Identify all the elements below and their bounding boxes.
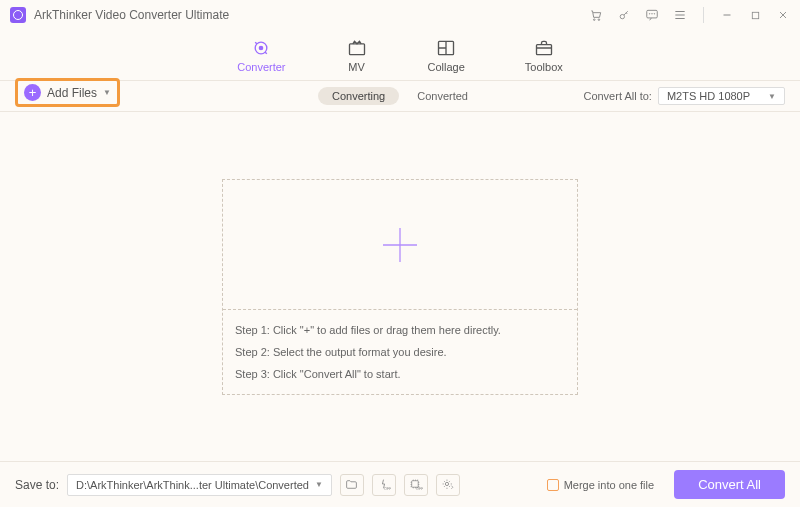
tab-mv[interactable]: MV — [346, 38, 368, 73]
tab-converter[interactable]: Converter — [237, 38, 285, 73]
app-logo — [10, 7, 26, 23]
sub-tabs: Converting Converted — [318, 87, 482, 105]
add-files-button[interactable]: + Add Files ▼ — [24, 84, 111, 101]
save-path-value: D:\ArkThinker\ArkThink...ter Ultimate\Co… — [76, 479, 309, 491]
chevron-down-icon: ▼ — [768, 92, 776, 101]
svg-text:OFF: OFF — [384, 487, 391, 491]
minimize-icon[interactable] — [720, 8, 734, 22]
tab-mv-label: MV — [348, 61, 365, 73]
svg-point-0 — [593, 19, 595, 21]
big-plus-icon — [377, 222, 423, 268]
instructions: Step 1: Click "+" to add files or drag t… — [223, 310, 577, 394]
subtab-converted[interactable]: Converted — [403, 87, 482, 105]
chevron-down-icon: ▼ — [103, 88, 111, 97]
svg-rect-14 — [412, 481, 419, 488]
tab-collage[interactable]: Collage — [428, 38, 465, 73]
subtab-converting[interactable]: Converting — [318, 87, 399, 105]
svg-point-9 — [260, 46, 263, 49]
converter-icon — [250, 38, 272, 58]
svg-point-1 — [598, 19, 600, 21]
svg-point-4 — [649, 14, 650, 15]
svg-rect-12 — [536, 44, 551, 54]
cart-icon[interactable] — [589, 8, 603, 22]
add-files-label: Add Files — [47, 86, 97, 100]
convert-all-to: Convert All to: M2TS HD 1080P ▼ — [583, 87, 785, 105]
svg-point-2 — [620, 14, 624, 18]
menu-icon[interactable] — [673, 8, 687, 22]
app-title: ArkThinker Video Converter Ultimate — [34, 8, 589, 22]
tab-converter-label: Converter — [237, 61, 285, 73]
tab-toolbox-label: Toolbox — [525, 61, 563, 73]
open-folder-button[interactable] — [340, 474, 364, 496]
merge-label: Merge into one file — [564, 479, 655, 491]
format-value: M2TS HD 1080P — [667, 90, 750, 102]
separator — [703, 7, 704, 23]
drop-area[interactable] — [223, 180, 577, 310]
hw-accel-off-button[interactable]: OFF — [372, 474, 396, 496]
plus-icon: + — [24, 84, 41, 101]
titlebar: ArkThinker Video Converter Ultimate — [0, 0, 800, 30]
svg-point-5 — [652, 14, 653, 15]
step-3: Step 3: Click "Convert All" to start. — [235, 368, 565, 380]
settings-button[interactable] — [436, 474, 460, 496]
toolbox-icon — [533, 38, 555, 58]
format-select[interactable]: M2TS HD 1080P ▼ — [658, 87, 785, 105]
step-2: Step 2: Select the output format you des… — [235, 346, 565, 358]
content-area: Step 1: Click "+" to add files or drag t… — [0, 112, 800, 462]
save-path-select[interactable]: D:\ArkThinker\ArkThink...ter Ultimate\Co… — [67, 474, 332, 496]
svg-rect-7 — [752, 12, 758, 18]
dropzone[interactable]: Step 1: Click "+" to add files or drag t… — [222, 179, 578, 395]
step-1: Step 1: Click "+" to add files or drag t… — [235, 324, 565, 336]
collage-icon — [435, 38, 457, 58]
add-files-highlight: + Add Files ▼ — [15, 78, 120, 107]
convert-all-to-label: Convert All to: — [583, 90, 651, 102]
svg-point-6 — [654, 14, 655, 15]
tab-toolbox[interactable]: Toolbox — [525, 38, 563, 73]
merge-checkbox[interactable]: Merge into one file — [547, 479, 655, 491]
titlebar-icons — [589, 7, 790, 23]
feedback-icon[interactable] — [645, 8, 659, 22]
convert-all-button[interactable]: Convert All — [674, 470, 785, 499]
mv-icon — [346, 38, 368, 58]
maximize-icon[interactable] — [748, 8, 762, 22]
key-icon[interactable] — [617, 8, 631, 22]
chevron-down-icon: ▼ — [315, 480, 323, 489]
close-icon[interactable] — [776, 8, 790, 22]
svg-point-16 — [446, 482, 449, 485]
bottom-bar: Save to: D:\ArkThinker\ArkThink...ter Ul… — [0, 461, 800, 507]
gpu-off-button[interactable]: OFF — [404, 474, 428, 496]
checkbox-icon — [547, 479, 559, 491]
toolbar: + Add Files ▼ Converting Converted Conve… — [0, 81, 800, 111]
tab-collage-label: Collage — [428, 61, 465, 73]
main-tabs: Converter MV Collage Toolbox — [0, 30, 800, 80]
svg-text:OFF: OFF — [416, 487, 423, 491]
svg-rect-10 — [349, 43, 364, 54]
save-to-label: Save to: — [15, 478, 59, 492]
